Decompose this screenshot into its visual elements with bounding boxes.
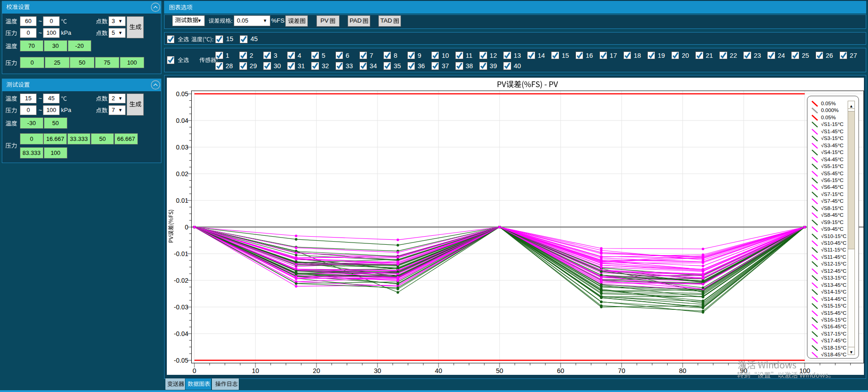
svg-text:0.01: 0.01 <box>176 197 188 204</box>
svg-text:10: 10 <box>252 367 259 374</box>
svg-text:70: 70 <box>618 367 625 374</box>
svg-text:20: 20 <box>313 367 320 374</box>
svg-text:-0.01: -0.01 <box>174 250 189 257</box>
svg-text:40: 40 <box>435 367 442 374</box>
svg-text:30: 30 <box>374 367 381 374</box>
svg-text:60: 60 <box>557 367 564 374</box>
svg-text:-0.04: -0.04 <box>174 330 189 337</box>
svg-text:0.02: 0.02 <box>176 170 188 177</box>
svg-text:-0.02: -0.02 <box>174 277 189 284</box>
svg-text:-0.05: -0.05 <box>174 357 189 364</box>
svg-text:80: 80 <box>679 367 686 374</box>
svg-text:0.03: 0.03 <box>176 144 188 151</box>
svg-text:0.05: 0.05 <box>176 90 188 98</box>
svg-text:0: 0 <box>185 224 189 231</box>
svg-text:50: 50 <box>496 367 503 374</box>
svg-text:-0.03: -0.03 <box>174 303 189 311</box>
svg-text:0.04: 0.04 <box>176 117 188 124</box>
svg-text:0: 0 <box>193 367 196 374</box>
